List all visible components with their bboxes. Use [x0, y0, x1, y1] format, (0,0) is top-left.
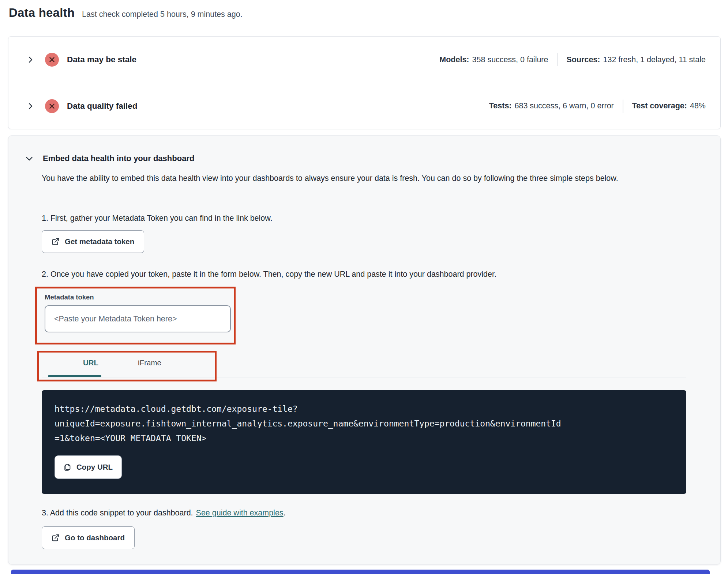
test-coverage-stat: Test coverage:48% — [632, 101, 706, 111]
error-status-icon — [45, 53, 59, 67]
stats-divider — [557, 53, 558, 66]
status-card: Data may be stale Models:358 success, 0 … — [8, 36, 721, 129]
step-1-text: 1. First, gather your Metadata Token you… — [42, 214, 273, 223]
embed-description: You have the ability to embed this data … — [42, 171, 680, 186]
chevron-right-icon[interactable] — [26, 102, 35, 111]
annotation-box-tabs: URL iFrame — [37, 351, 217, 381]
embed-url-line: https://metadata.cloud.getdbt.com/exposu… — [55, 402, 672, 416]
models-stat: Models:358 success, 0 failure — [439, 55, 548, 64]
metadata-token-input[interactable] — [45, 305, 231, 332]
step-2-text: 2. Once you have copied your token, past… — [42, 270, 496, 279]
get-metadata-token-button[interactable]: Get metadata token — [42, 230, 144, 253]
copy-url-button[interactable]: Copy URL — [55, 455, 122, 479]
status-row-data-stale[interactable]: Data may be stale Models:358 success, 0 … — [8, 37, 720, 83]
embed-section-title: Embed data health into your dashboard — [43, 154, 194, 163]
status-row-stats: Tests:683 success, 6 warn, 0 error Test … — [489, 100, 706, 113]
step-3-text: 3. Add this code snippet to your dashboa… — [42, 508, 286, 518]
metadata-token-label: Metadata token — [45, 293, 234, 301]
copy-icon — [64, 463, 72, 471]
embed-section-header[interactable]: Embed data health into your dashboard — [25, 154, 194, 163]
status-row-title: Data may be stale — [67, 55, 136, 64]
bottom-cropped-panel-edge — [11, 570, 710, 574]
page-title: Data health — [9, 6, 75, 20]
guide-link[interactable]: See guide with examples — [196, 508, 284, 517]
error-status-icon — [45, 99, 59, 113]
embed-section-card: Embed data health into your dashboard Yo… — [8, 135, 721, 564]
annotation-box-token-field: Metadata token — [35, 287, 236, 344]
sources-stat: Sources:132 fresh, 1 delayed, 11 stale — [566, 55, 706, 64]
tab-url[interactable]: URL — [75, 358, 107, 367]
chevron-down-icon[interactable] — [25, 154, 34, 163]
tab-iframe[interactable]: iFrame — [131, 358, 168, 367]
chevron-right-icon[interactable] — [26, 55, 35, 64]
go-to-dashboard-button[interactable]: Go to dashboard — [42, 526, 135, 549]
tests-stat: Tests:683 success, 6 warn, 0 error — [489, 101, 614, 111]
last-check-text: Last check completed 5 hours, 9 minutes … — [82, 10, 243, 19]
embed-url-code-block: https://metadata.cloud.getdbt.com/exposu… — [42, 390, 686, 494]
page-header: Data health Last check completed 5 hours… — [0, 0, 728, 20]
embed-url-line: =1&token=<YOUR_METADATA_TOKEN> — [55, 431, 672, 446]
status-row-data-quality[interactable]: Data quality failed Tests:683 success, 6… — [8, 83, 720, 129]
stats-divider — [623, 100, 623, 113]
external-link-icon — [52, 534, 60, 542]
status-row-stats: Models:358 success, 0 failure Sources:13… — [439, 53, 706, 66]
external-link-icon — [52, 238, 60, 246]
status-row-title: Data quality failed — [67, 101, 138, 111]
embed-url-line: uniqueId=exposure.fishtown_internal_anal… — [55, 416, 672, 431]
